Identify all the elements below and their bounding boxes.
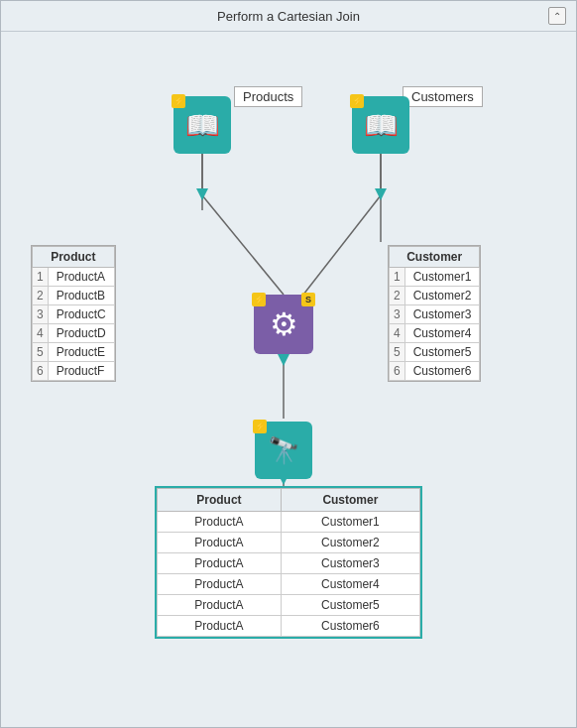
customer-cell: Customer2 [281, 533, 419, 553]
product-cell: ProductB [48, 287, 114, 305]
collapse-button[interactable]: ⌃ [548, 7, 566, 25]
title-text: Perform a Cartesian Join [29, 9, 548, 24]
table-row: 2Customer2 [390, 287, 480, 305]
browse-lightning-badge: ⚡ [253, 420, 267, 433]
table-row: 3Customer3 [390, 305, 480, 324]
customer-cell: Customer5 [404, 343, 480, 362]
row-number: 1 [390, 268, 405, 287]
customers-table: Customer 1Customer12Customer23Customer34… [388, 245, 481, 382]
row-number: 6 [33, 362, 49, 381]
table-row: 4Customer4 [390, 324, 480, 343]
product-cell: ProductA [158, 616, 282, 637]
customer-cell: Customer6 [404, 362, 480, 381]
product-cell: ProductA [158, 595, 282, 616]
product-cell: ProductA [158, 553, 282, 574]
products-node[interactable]: ⚡ 📖 [173, 96, 231, 154]
join-gear-icon: ⚙ [270, 305, 298, 343]
table-row: ProductACustomer5 [158, 595, 420, 616]
product-cell: ProductA [48, 268, 114, 287]
customers-book-icon: 📖 [364, 109, 399, 142]
table-row: ProductACustomer4 [158, 574, 420, 595]
customer-cell: Customer1 [281, 512, 419, 533]
customers-node[interactable]: ⚡ 📖 [352, 96, 409, 154]
join-lightning-badge: ⚡ [252, 293, 266, 306]
product-cell: ProductA [158, 512, 282, 533]
join-node[interactable]: ⚡ S ⚙ [254, 295, 313, 354]
row-number: 5 [33, 343, 49, 362]
table-row: ProductACustomer3 [158, 553, 420, 574]
svg-marker-10 [278, 354, 289, 366]
row-number: 4 [390, 324, 405, 343]
result-table: Product Customer ProductACustomer1Produc… [155, 486, 422, 639]
table-row: 5Customer5 [390, 343, 480, 362]
table-row: 5ProductE [33, 343, 115, 362]
browse-binoculars-icon: 🔭 [268, 435, 299, 466]
customer-cell: Customer4 [404, 324, 480, 343]
product-cell: ProductF [48, 362, 114, 381]
canvas: Products Customers ⚡ 📖 ⚡ 📖 Product 1Prod… [1, 32, 576, 726]
row-number: 4 [33, 324, 49, 343]
table-row: 6ProductF [33, 362, 115, 381]
products-lightning-badge: ⚡ [172, 94, 185, 108]
products-table: Product 1ProductA2ProductB3ProductC4Prod… [31, 245, 116, 382]
table-row: ProductACustomer2 [158, 533, 420, 553]
customer-cell: Customer1 [404, 268, 480, 287]
product-cell: ProductD [48, 324, 114, 343]
customer-cell: Customer6 [281, 616, 419, 637]
customer-cell: Customer2 [404, 287, 480, 305]
svg-marker-8 [196, 188, 208, 200]
product-cell: ProductE [48, 343, 114, 362]
products-label: Products [234, 86, 302, 107]
title-bar: Perform a Cartesian Join ⌃ [1, 1, 576, 32]
svg-line-1 [202, 195, 284, 295]
table-row: 4ProductD [33, 324, 115, 343]
join-number-badge: S [301, 293, 315, 306]
customer-cell: Customer4 [281, 574, 419, 595]
table-row: 1ProductA [33, 268, 115, 287]
customer-cell: Customer5 [281, 595, 419, 616]
row-number: 2 [390, 287, 405, 305]
row-number: 2 [33, 287, 49, 305]
result-col2-header: Customer [281, 489, 419, 512]
table-row: ProductACustomer1 [158, 512, 420, 533]
products-table-header: Product [33, 247, 115, 268]
table-row: 2ProductB [33, 287, 115, 305]
browse-node[interactable]: ⚡ 🔭 [255, 422, 312, 479]
product-cell: ProductA [158, 574, 282, 595]
table-row: 6Customer6 [390, 362, 480, 381]
result-col1-header: Product [158, 489, 282, 512]
row-number: 1 [33, 268, 49, 287]
svg-marker-9 [375, 188, 387, 200]
customers-lightning-badge: ⚡ [350, 94, 364, 108]
customer-cell: Customer3 [281, 553, 419, 574]
row-number: 3 [390, 305, 405, 324]
row-number: 6 [390, 362, 405, 381]
customers-table-header: Customer [390, 247, 480, 268]
main-container: Perform a Cartesian Join ⌃ [0, 0, 577, 728]
customer-cell: Customer3 [404, 305, 480, 324]
customers-label: Customers [403, 86, 483, 107]
table-row: ProductACustomer6 [158, 616, 420, 637]
product-cell: ProductC [48, 305, 114, 324]
svg-line-4 [303, 195, 381, 295]
table-row: 1Customer1 [390, 268, 480, 287]
row-number: 5 [390, 343, 405, 362]
product-cell: ProductA [158, 533, 282, 553]
row-number: 3 [33, 305, 49, 324]
table-row: 3ProductC [33, 305, 115, 324]
products-book-icon: 📖 [185, 109, 220, 142]
